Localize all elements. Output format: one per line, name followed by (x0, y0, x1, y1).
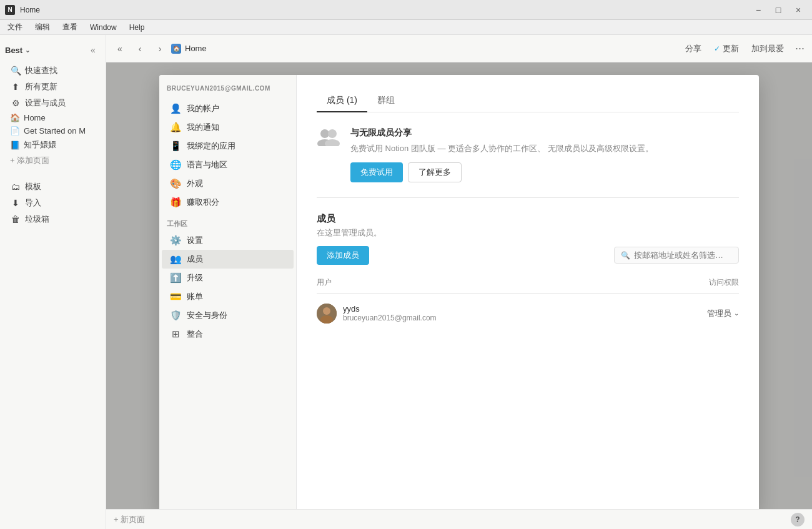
sidebar-page-getstarted[interactable]: 📄 Get Started on M (2, 124, 103, 137)
trial-button[interactable]: 免费试用 (350, 162, 403, 182)
modal-nav-settings[interactable]: ⚙️ 设置 (162, 231, 294, 250)
sidebar: Best ⌄ « 🔍 快速查找 ⬆ 所有更新 ⚙ 设置与成员 🏠 Home (0, 35, 106, 529)
members-nav-icon: 👥 (169, 254, 182, 265)
avatar (317, 304, 337, 324)
account-icon: 👤 (169, 103, 182, 114)
sidebar-page-zhihu[interactable]: 📘 知乎嬛嬛 (2, 137, 103, 152)
trash-icon: 🗑 (10, 214, 21, 224)
member-info: yyds bruceyuan2015@gmail.com (317, 304, 437, 324)
svg-point-1 (328, 129, 337, 138)
upgrade-icon: ⬆️ (169, 272, 182, 284)
check-icon: ✓ (714, 44, 720, 53)
members-title: 成员 (317, 213, 739, 225)
collapse-sidebar-button[interactable]: « (111, 40, 129, 57)
language-icon: 🌐 (169, 159, 182, 171)
member-details: yyds bruceyuan2015@gmail.com (343, 304, 437, 322)
members-section: 成员 在这里管理成员。 添加成员 🔍 用 (317, 213, 739, 329)
menu-edit[interactable]: 编辑 (30, 21, 55, 34)
import-icon: ⬇ (10, 198, 21, 208)
modal-nav-members[interactable]: 👥 成员 (162, 250, 294, 269)
modal-nav-earn[interactable]: 🎁 赚取积分 (162, 193, 294, 212)
tab-members[interactable]: 成员 (1) (317, 90, 367, 112)
sidebar-item-settings[interactable]: ⚙ 设置与成员 (2, 95, 103, 111)
menu-view[interactable]: 查看 (57, 21, 82, 34)
sidebar-header: Best ⌄ « (0, 40, 106, 60)
sidebar-item-trash[interactable]: 🗑 垃圾箱 (2, 211, 103, 227)
member-search-box[interactable]: 🔍 (614, 247, 739, 264)
share-title: 与无限成员分享 (350, 127, 739, 139)
svg-point-5 (323, 307, 330, 315)
breadcrumb-icon: 🏠 (171, 44, 181, 54)
sidebar-item-updates[interactable]: ⬆ 所有更新 (2, 79, 103, 95)
workspace-name[interactable]: Best ⌄ (5, 46, 30, 55)
modal-content: 成员 (1) 群组 (297, 75, 759, 509)
modal-nav-language[interactable]: 🌐 语言与地区 (162, 156, 294, 174)
help-button[interactable]: ? (791, 513, 805, 527)
modal-nav-appearance[interactable]: 🎨 外观 (162, 174, 294, 193)
share-button[interactable]: 分享 (681, 41, 705, 57)
share-section: 与无限成员分享 免费试用 Notion 团队版 — 更适合多人协作的工作区、 无… (317, 127, 739, 198)
modal-nav-upgrade[interactable]: ⬆️ 升级 (162, 269, 294, 287)
column-access: 访问权限 (709, 277, 739, 288)
back-button[interactable]: ‹ (131, 40, 149, 57)
search-icon: 🔍 (10, 66, 21, 76)
learn-more-button[interactable]: 了解更多 (408, 162, 462, 182)
settings-modal: BRUCEYUAN2015@GMAIL.COM 👤 我的帐户 🔔 我的通知 📱 … (159, 75, 759, 509)
template-icon: 🗂 (10, 182, 21, 192)
main-wrapper: « ‹ › 🏠 Home 分享 ✓ 更新 加到最爱 ··· (106, 35, 812, 529)
member-name: yyds (343, 304, 437, 314)
maximize-button[interactable]: □ (770, 4, 787, 16)
member-search-input[interactable] (634, 250, 732, 260)
modal-overlay: BRUCEYUAN2015@GMAIL.COM 👤 我的帐户 🔔 我的通知 📱 … (106, 62, 812, 509)
member-role-label: 管理员 (707, 308, 731, 319)
appearance-icon: 🎨 (169, 178, 182, 189)
window-controls: − □ × (750, 4, 807, 16)
member-role-selector[interactable]: 管理员 ⌄ (707, 308, 739, 319)
sidebar-item-import[interactable]: ⬇ 导入 (2, 195, 103, 211)
modal-nav-account[interactable]: 👤 我的帐户 (162, 99, 294, 118)
sidebar-page-home[interactable]: 🏠 Home (2, 111, 103, 124)
app-icon: N (5, 5, 15, 15)
modal-nav-security[interactable]: 🛡️ 安全与身份 (162, 306, 294, 325)
forward-button[interactable]: › (151, 40, 169, 57)
favorite-button[interactable]: 加到最爱 (748, 41, 788, 57)
table-row: yyds bruceyuan2015@gmail.com 管理员 ⌄ (317, 299, 739, 329)
toolbar-right: 分享 ✓ 更新 加到最爱 ··· (681, 39, 807, 57)
close-button[interactable]: × (790, 4, 807, 16)
member-email: bruceyuan2015@gmail.com (343, 314, 437, 322)
members-actions: 添加成员 🔍 (317, 246, 739, 265)
app-header: « ‹ › 🏠 Home 分享 ✓ 更新 加到最爱 ··· (106, 35, 812, 62)
title-bar: N Home − □ × (0, 0, 812, 20)
notification-icon: 🔔 (169, 122, 182, 133)
sidebar-collapse-button[interactable]: « (86, 42, 101, 57)
new-page-button[interactable]: + 新页面 (114, 514, 145, 525)
menu-window[interactable]: Window (85, 22, 122, 33)
menu-file[interactable]: 文件 (2, 21, 27, 34)
settings-nav-icon: ⚙️ (169, 235, 182, 246)
modal-nav-integrations[interactable]: ⊞ 整合 (162, 325, 294, 344)
earn-icon: 🎁 (169, 197, 182, 208)
people-icon (317, 127, 340, 146)
update-button[interactable]: ✓ 更新 (710, 41, 743, 57)
sidebar-item-quickfind[interactable]: 🔍 快速查找 (2, 62, 103, 79)
modal-nav-billing[interactable]: 💳 账单 (162, 287, 294, 306)
more-button[interactable]: ··· (793, 39, 807, 57)
tab-groups[interactable]: 群组 (367, 90, 405, 112)
modal-nav-apps[interactable]: 📱 我绑定的应用 (162, 137, 294, 156)
title-bar-left: N Home (5, 5, 40, 15)
modal-nav-notifications[interactable]: 🔔 我的通知 (162, 118, 294, 137)
sidebar-item-template[interactable]: 🗂 模板 (2, 179, 103, 195)
svg-point-0 (320, 129, 329, 138)
breadcrumb-label: Home (185, 44, 207, 53)
minimize-button[interactable]: − (750, 4, 767, 16)
add-member-button[interactable]: 添加成员 (317, 246, 369, 265)
share-desc: 免费试用 Notion 团队版 — 更适合多人协作的工作区、 无限成员以及高级权… (350, 142, 739, 155)
menu-help[interactable]: Help (124, 22, 150, 33)
window-title: Home (20, 6, 40, 14)
apps-icon: 📱 (169, 141, 182, 152)
app-area: Best ⌄ « 🔍 快速查找 ⬆ 所有更新 ⚙ 设置与成员 🏠 Home (0, 35, 812, 529)
integrations-icon: ⊞ (169, 329, 182, 340)
share-actions: 免费试用 了解更多 (350, 162, 739, 182)
sidebar-nav: 🔍 快速查找 ⬆ 所有更新 ⚙ 设置与成员 🏠 Home 📄 Get Start… (0, 62, 106, 524)
sidebar-add-page-button[interactable]: + 添加页面 (2, 152, 103, 169)
